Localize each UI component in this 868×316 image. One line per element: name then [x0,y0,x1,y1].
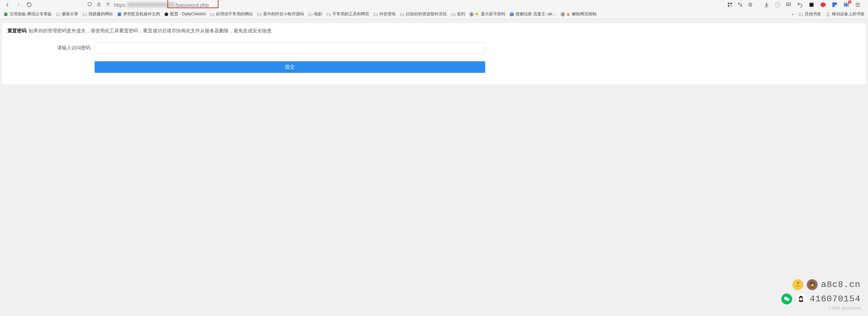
svg-point-28 [800,297,802,300]
password-input[interactable] [95,42,485,54]
contact-qq: 416070154 [810,294,861,304]
bookmark-star-icon[interactable] [748,2,753,7]
wechat-icon[interactable] [781,294,792,304]
floating-contact: 👶 🧔 a8c8.cn 416070154 CSDN @zhichina [781,279,861,311]
bookmark-item[interactable]: 梦想贬卖机操作文档 [117,11,160,17]
hamburger-menu-icon[interactable] [854,1,861,8]
bookmark-item[interactable]: 看中的抖音小程序源码 [257,11,304,17]
bookmark-item[interactable]: 比较好的资源暂时没玩 [400,11,447,17]
avatar-brown-icon[interactable]: 🧔 [807,279,818,290]
url-scheme: https: [114,2,127,8]
submit-button[interactable]: 提交 [95,61,485,73]
panel-message: 重置密码如果你的管理密码意外遗失，请使用此工具重置密码，重置成功后请尽快将此文件… [2,23,866,39]
forward-button[interactable] [14,1,22,9]
panel-desc: 如果你的管理密码意外遗失，请使用此工具重置密码，重置成功后请尽快将此文件从服务器… [29,28,272,33]
bookmark-item[interactable]: 我搭建的网站 [82,11,113,17]
bookmark-item[interactable]: 不常用的工具和网页 [326,11,369,17]
bookmark-item[interactable]: 解除网页限制 [560,11,596,17]
svg-rect-7 [731,6,732,7]
annotation-highlight [167,0,218,8]
watermark: CSDN @zhichina [781,306,861,311]
bookmark-item[interactable]: 显示星号密码 [469,11,505,17]
svg-rect-5 [728,5,730,7]
reload-button[interactable] [25,1,33,9]
svg-rect-4 [730,3,732,4]
svg-rect-6 [730,5,731,6]
help-icon[interactable]: ? [775,2,780,7]
svg-marker-10 [821,2,826,7]
back-button[interactable] [3,1,12,9]
svg-rect-13 [4,13,7,16]
avatar-yellow-icon[interactable]: 👶 [792,279,803,290]
svg-point-2 [109,3,110,4]
contact-site: a8c8.cn [821,280,861,290]
mobile-bookmarks[interactable]: 移动设备上的书签 [826,11,865,17]
password-label: 请输入访问密码 [2,45,95,51]
address-bar[interactable]: https: redacted /password.php [84,0,757,9]
svg-rect-21 [567,14,570,15]
bookmark-item[interactable]: 抖音壁纸 [373,11,396,17]
shield-icon[interactable] [87,2,92,8]
svg-rect-0 [98,4,100,6]
svg-rect-14 [118,12,121,16]
bookmark-item[interactable]: 搜索结果 流量主·-air… [509,11,556,17]
extension-dark-icon[interactable] [808,1,815,8]
extension-translate-ext-icon[interactable] [831,1,838,8]
bookmark-bar: 宝塔面板-腾讯云专享版 极客分享 我搭建的网站 梦想贬卖机操作文档 配置 - D… [0,10,868,19]
bookmark-item[interactable]: 宝塔面板-腾讯云专享版 [3,11,52,17]
downloads-icon[interactable] [763,1,770,8]
reset-password-panel: 重置密码如果你的管理密码意外遗失，请使用此工具重置密码，重置成功后请尽快将此文件… [2,23,866,84]
bookmark-item[interactable]: 极客分享 [56,11,78,17]
svg-rect-18 [477,15,479,16]
svg-point-1 [107,3,108,4]
permissions-icon[interactable] [105,2,111,8]
bookmark-item[interactable]: 签到 [451,11,465,17]
translate-icon[interactable] [737,2,743,7]
svg-rect-12 [835,5,837,7]
bookmark-item[interactable]: 好用但不常用的网站 [210,11,253,17]
qr-icon[interactable] [727,2,733,7]
svg-point-15 [165,12,168,16]
lock-icon[interactable] [96,2,101,8]
extension-undo-icon[interactable] [797,1,803,8]
extension-pocket-icon[interactable] [785,1,792,8]
bookmark-item[interactable]: 电影 [308,11,322,17]
bookmark-overflow-icon[interactable]: » [791,12,794,17]
panel-title: 重置密码 [7,28,27,33]
svg-rect-3 [728,3,730,4]
svg-point-23 [828,15,828,15]
svg-point-25 [786,298,789,301]
svg-rect-9 [809,3,814,7]
extension-puzzle-icon[interactable]: 2 [843,1,850,8]
qq-icon[interactable] [796,294,806,304]
other-bookmarks[interactable]: 其他书签 [799,11,821,17]
bookmark-item[interactable]: 配置 - DailyCheckIn [164,11,206,17]
extension-abp-icon[interactable] [820,1,826,8]
